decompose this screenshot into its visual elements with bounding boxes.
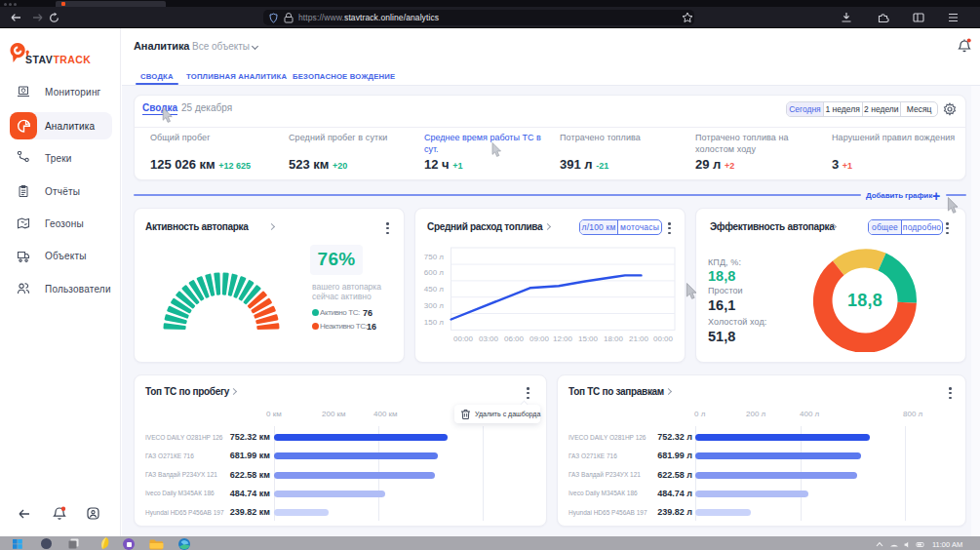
svg-text:TRACK: TRACK bbox=[54, 54, 92, 65]
svg-text:STAV: STAV bbox=[25, 54, 53, 65]
